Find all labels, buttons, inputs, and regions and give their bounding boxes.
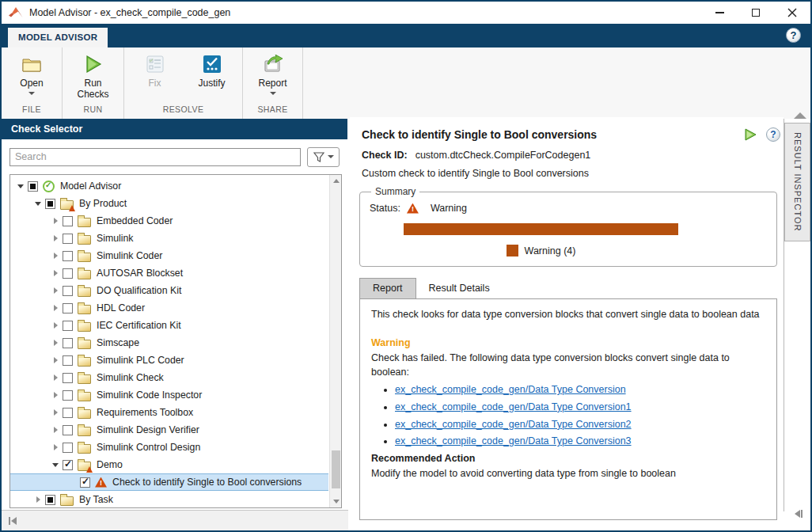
expand-arrow-icon[interactable] <box>50 427 61 433</box>
tree-checkbox[interactable] <box>63 303 73 314</box>
expand-arrow-icon[interactable] <box>50 374 61 381</box>
conversion-link[interactable]: ex_check_compile_code_gen/Data Type Conv… <box>395 435 632 446</box>
tab-model-advisor[interactable]: MODEL ADVISOR <box>8 28 108 48</box>
tree-item[interactable]: Simulink Design Verifier <box>10 421 328 439</box>
tree-item-label: Simulink <box>97 233 133 244</box>
expand-arrow-icon[interactable] <box>50 409 61 416</box>
tree-item[interactable]: By Task <box>10 491 328 508</box>
check-help-button[interactable]: ? <box>766 127 780 142</box>
conversion-link[interactable]: ex_check_compile_code_gen/Data Type Conv… <box>395 419 632 430</box>
tree-checkbox[interactable] <box>63 234 73 244</box>
scroll-thumb[interactable] <box>332 450 340 488</box>
tree-checkbox[interactable] <box>63 321 73 331</box>
check-description: Custom check to identify Single to Bool … <box>362 168 784 179</box>
scroll-down-icon[interactable] <box>330 496 342 507</box>
tree-item[interactable]: HDL Coder <box>10 299 328 317</box>
tree-item-label: Requirements Toolbox <box>97 407 193 418</box>
check-id-line: Check ID:custom.dtcCheck.CompileForCodeg… <box>362 150 784 161</box>
expand-arrow-icon[interactable] <box>50 270 61 276</box>
tree-item-label: IEC Certification Kit <box>97 320 181 331</box>
tree-checkbox[interactable] <box>45 495 55 505</box>
expand-arrow-icon[interactable] <box>50 322 61 329</box>
expand-arrow-icon[interactable] <box>50 340 61 346</box>
tree-item[interactable]: Demo <box>10 456 328 473</box>
tab-result-details[interactable]: Result Details <box>416 278 503 298</box>
expand-arrow-icon[interactable] <box>50 305 61 311</box>
tree-item[interactable]: Simulink Code Inspector <box>10 386 328 404</box>
expand-arrow-icon[interactable] <box>50 463 61 467</box>
tree-item[interactable]: IEC Certification Kit <box>10 317 328 334</box>
tree-item[interactable]: Simscape <box>10 334 328 352</box>
tree-item[interactable]: Check to identify Single to Bool convers… <box>10 473 328 491</box>
tree-checkbox[interactable] <box>28 181 38 192</box>
tree-item[interactable]: DO Qualification Kit <box>10 282 328 299</box>
tree-item[interactable]: Simulink Coder <box>10 247 328 264</box>
open-button[interactable]: Open <box>3 53 60 102</box>
expand-arrow-icon[interactable] <box>50 444 61 450</box>
tree-checkbox[interactable] <box>63 425 73 435</box>
run-checks-button[interactable]: Run Checks <box>65 53 122 102</box>
conversion-links-list: ex_check_compile_code_gen/Data Type Conv… <box>371 382 765 449</box>
collapse-right-control[interactable] <box>795 510 803 518</box>
expand-arrow-icon[interactable] <box>15 184 26 188</box>
folder-icon <box>78 392 91 401</box>
folder-icon <box>78 340 91 349</box>
ribbon-help-button[interactable]: ? <box>786 28 801 43</box>
expand-arrow-icon[interactable] <box>50 392 61 398</box>
expand-arrow-icon[interactable] <box>50 218 61 224</box>
tree-checkbox[interactable] <box>45 199 55 209</box>
tree-checkbox[interactable] <box>63 443 73 453</box>
conversion-list-item: ex_check_compile_code_gen/Data Type Conv… <box>395 400 765 415</box>
scroll-up-icon[interactable] <box>330 175 342 187</box>
maximize-button[interactable] <box>738 2 774 24</box>
tab-report[interactable]: Report <box>359 278 416 298</box>
toolbar-group-run: Run Checks RUN <box>63 48 124 119</box>
tree-item[interactable]: Simulink PLC Coder <box>10 352 328 369</box>
expand-arrow-icon[interactable] <box>50 287 61 294</box>
minimize-button[interactable] <box>701 2 738 24</box>
folder-icon <box>78 322 91 332</box>
tree-item[interactable]: Simulink Check <box>10 369 328 386</box>
tree-checkbox[interactable] <box>63 251 73 261</box>
close-button[interactable] <box>774 2 810 24</box>
tree-item-label: Simulink Control Design <box>97 442 200 453</box>
tree-checkbox[interactable] <box>63 408 73 418</box>
tree-checkbox[interactable] <box>63 268 73 279</box>
tree-item[interactable]: AUTOSAR Blockset <box>10 264 328 282</box>
tree-checkbox[interactable] <box>63 286 73 296</box>
tree-item[interactable]: Requirements Toolbox <box>10 404 328 421</box>
search-input[interactable] <box>9 148 301 166</box>
tree-item[interactable]: Embedded Coder <box>10 212 328 230</box>
warning-icon <box>95 477 107 488</box>
justify-button[interactable]: Justify <box>184 53 241 102</box>
filter-button[interactable] <box>307 147 340 167</box>
fix-button[interactable]: Fix <box>127 53 184 102</box>
tree-checkbox[interactable] <box>63 390 73 401</box>
tab-result-inspector[interactable]: RESULT INSPECTOR <box>784 123 810 241</box>
collapse-up-icon[interactable] <box>794 112 806 119</box>
tree-item[interactable]: Simulink <box>10 230 328 247</box>
tree-item[interactable]: Model Advisor <box>10 177 328 195</box>
tree-checkbox[interactable] <box>63 338 73 348</box>
expand-arrow-icon[interactable] <box>50 357 61 363</box>
expand-arrow-icon[interactable] <box>50 253 61 259</box>
conversion-link[interactable]: ex_check_compile_code_gen/Data Type Conv… <box>395 401 632 412</box>
report-button[interactable]: Report <box>245 53 302 102</box>
tree-item[interactable]: By Product <box>10 195 328 212</box>
run-this-check-button[interactable] <box>743 127 757 142</box>
conversion-link[interactable]: ex_check_compile_code_gen/Data Type Conv… <box>395 384 626 395</box>
tree-checkbox[interactable] <box>80 477 90 488</box>
expand-arrow-icon[interactable] <box>32 202 44 206</box>
tree-checkbox[interactable] <box>63 355 73 366</box>
tree-item[interactable]: Simulink Control Design <box>10 439 328 456</box>
collapse-left-icon[interactable] <box>9 517 10 525</box>
tree-checkbox[interactable] <box>63 460 73 470</box>
tree-checkbox[interactable] <box>63 216 73 226</box>
close-icon <box>787 8 797 17</box>
expand-arrow-icon[interactable] <box>32 496 44 503</box>
collapse-left-arrow-icon[interactable] <box>11 517 17 525</box>
tree-scrollbar[interactable] <box>329 175 341 507</box>
expand-arrow-icon[interactable] <box>50 235 61 241</box>
tree-checkbox[interactable] <box>63 373 73 383</box>
recommended-action-heading: Recommended Action <box>371 451 765 466</box>
